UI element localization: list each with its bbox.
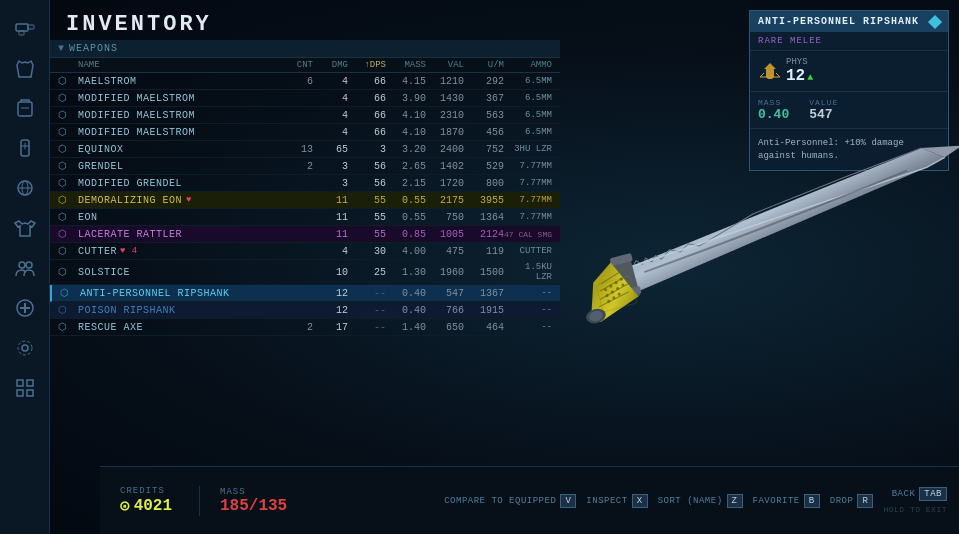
- action-drop: DROP R: [830, 494, 874, 508]
- item-ammo: 7.77MM: [504, 212, 552, 222]
- item-name: EQUINOX: [78, 144, 278, 155]
- item-icon: ⬡: [58, 211, 78, 223]
- item-um: 119: [464, 246, 504, 257]
- key-favorite[interactable]: B: [804, 494, 820, 508]
- table-row[interactable]: ⬡ CUTTER ♥ 4 4 30 4.00 475 119 CUTTER: [50, 243, 560, 260]
- item-name: DEMORALIZING EON ♥: [78, 195, 278, 206]
- table-row[interactable]: ⬡ MODIFIED MAELSTROM 4 66 4.10 2310 563 …: [50, 107, 560, 124]
- item-val: 1005: [426, 229, 464, 240]
- item-name: POISON RIPSHANK: [78, 305, 278, 316]
- item-dps: 66: [348, 76, 386, 87]
- item-val: 766: [426, 305, 464, 316]
- item-um: 752: [464, 144, 504, 155]
- sidebar-icon-gear[interactable]: [7, 330, 43, 366]
- item-val: 2400: [426, 144, 464, 155]
- table-row[interactable]: ⬡ SOLSTICE 10 25 1.30 1960 1500 1.5KU LZ…: [50, 260, 560, 285]
- table-row[interactable]: ⬡ LACERATE RATTLER 11 55 0.85 1005 2124 …: [50, 226, 560, 243]
- item-ammo: --: [504, 322, 552, 332]
- col-dps: ↑DPS: [348, 60, 386, 70]
- item-dps: 55: [348, 229, 386, 240]
- item-um: 464: [464, 322, 504, 333]
- item-dps: --: [348, 288, 386, 299]
- item-mass: 2.15: [386, 178, 426, 189]
- svg-point-12: [26, 262, 32, 268]
- key-drop[interactable]: R: [857, 494, 873, 508]
- sidebar-icon-pack[interactable]: [7, 90, 43, 126]
- item-icon: ⬡: [58, 160, 78, 172]
- sidebar-icon-group[interactable]: [7, 250, 43, 286]
- item-ammo: 3HU LZR: [504, 144, 552, 154]
- sidebar-icon-consumable[interactable]: [7, 130, 43, 166]
- item-dps: 25: [348, 267, 386, 278]
- item-val: 750: [426, 212, 464, 223]
- item-dmg: 4: [313, 93, 348, 104]
- item-mass: 0.40: [386, 288, 426, 299]
- item-mass: 4.00: [386, 246, 426, 257]
- item-dmg: 11: [313, 195, 348, 206]
- key-compare[interactable]: V: [560, 494, 576, 508]
- item-ammo: 7.77MM: [504, 161, 552, 171]
- item-um: 563: [464, 110, 504, 121]
- mass-display: 185/135: [220, 497, 287, 515]
- item-um: 800: [464, 178, 504, 189]
- sidebar-icon-shirt[interactable]: [7, 210, 43, 246]
- table-row[interactable]: ⬡ ANTI-PERSONNEL RIPSHANK 12 -- 0.40 547…: [50, 285, 560, 302]
- sidebar-icon-torso[interactable]: [7, 50, 43, 86]
- mass-value: 185/135: [220, 497, 287, 515]
- item-card-title: ANTI-PERSONNEL RIPSHANK: [758, 16, 919, 27]
- col-cnt: CNT: [278, 60, 313, 70]
- key-sort[interactable]: Z: [727, 494, 743, 508]
- svg-point-16: [22, 345, 28, 351]
- item-name: LACERATE RATTLER: [78, 229, 278, 240]
- table-row[interactable]: ⬡ MAELSTROM 6 4 66 4.15 1210 292 6.5MM: [50, 73, 560, 90]
- svg-rect-21: [27, 390, 33, 396]
- item-dps: 56: [348, 178, 386, 189]
- item-name: SOLSTICE: [78, 267, 278, 278]
- item-um: 456: [464, 127, 504, 138]
- table-row[interactable]: ⬡ DEMORALIZING EON ♥ 11 55 0.55 2175 395…: [50, 192, 560, 209]
- key-inspect[interactable]: X: [632, 494, 648, 508]
- item-ammo: 7.77MM: [504, 195, 552, 205]
- item-val: 1210: [426, 76, 464, 87]
- action-compare-label: COMPARE TO EQUIPPED: [444, 496, 556, 506]
- table-row[interactable]: ⬡ MODIFIED GRENDEL 3 56 2.15 1720 800 7.…: [50, 175, 560, 192]
- item-mass: 3.20: [386, 144, 426, 155]
- item-icon: ⬡: [58, 109, 78, 121]
- item-dps: 56: [348, 161, 386, 172]
- item-um: 1364: [464, 212, 504, 223]
- category-header[interactable]: ▼ WEAPONS: [50, 40, 560, 58]
- action-sort: SORT (NAME) Z: [658, 494, 743, 508]
- item-um: 1500: [464, 267, 504, 278]
- item-um: 367: [464, 93, 504, 104]
- action-bar: COMPARE TO EQUIPPED V INSPECT X SORT (NA…: [432, 487, 959, 514]
- table-row[interactable]: ⬡ GRENDEL 2 3 56 2.65 1402 529 7.77MM: [50, 158, 560, 175]
- sidebar-icon-pistol[interactable]: [7, 10, 43, 46]
- item-ammo: 6.5MM: [504, 127, 552, 137]
- sidebar-icon-planet[interactable]: [7, 170, 43, 206]
- item-cnt: 2: [278, 322, 313, 333]
- inventory-table: ▼ WEAPONS NAME CNT DMG ↑DPS MASS VAL U/M…: [50, 40, 560, 464]
- sidebar-icon-plus[interactable]: [7, 290, 43, 326]
- table-row[interactable]: ⬡ RESCUE AXE 2 17 -- 1.40 650 464 --: [50, 319, 560, 336]
- item-card-header: ANTI-PERSONNEL RIPSHANK: [750, 11, 948, 32]
- table-row[interactable]: ⬡ POISON RIPSHANK 12 -- 0.40 766 1915 --: [50, 302, 560, 319]
- column-headers: NAME CNT DMG ↑DPS MASS VAL U/M AMMO: [50, 58, 560, 73]
- item-ammo: --: [504, 305, 552, 315]
- sidebar-icon-grid[interactable]: [7, 370, 43, 406]
- item-name: MAELSTROM: [78, 76, 278, 87]
- item-ammo: 6.5MM: [504, 110, 552, 120]
- item-name: RESCUE AXE: [78, 322, 278, 333]
- item-val: 1720: [426, 178, 464, 189]
- item-mass: 1.40: [386, 322, 426, 333]
- table-row[interactable]: ⬡ EQUINOX 13 65 3 3.20 2400 752 3HU LZR: [50, 141, 560, 158]
- item-mass: 0.40: [386, 305, 426, 316]
- key-back[interactable]: TAB: [919, 487, 947, 501]
- table-row[interactable]: ⬡ MODIFIED MAELSTROM 4 66 4.10 1870 456 …: [50, 124, 560, 141]
- table-row[interactable]: ⬡ EON 11 55 0.55 750 1364 7.77MM: [50, 209, 560, 226]
- hold-to-exit-label: HOLD TO EXIT: [883, 505, 947, 514]
- action-back-label: BACK: [892, 489, 916, 499]
- table-row[interactable]: ⬡ MODIFIED MAELSTROM 4 66 3.90 1430 367 …: [50, 90, 560, 107]
- svg-rect-3: [18, 102, 32, 116]
- svg-rect-1: [28, 25, 34, 29]
- item-val: 475: [426, 246, 464, 257]
